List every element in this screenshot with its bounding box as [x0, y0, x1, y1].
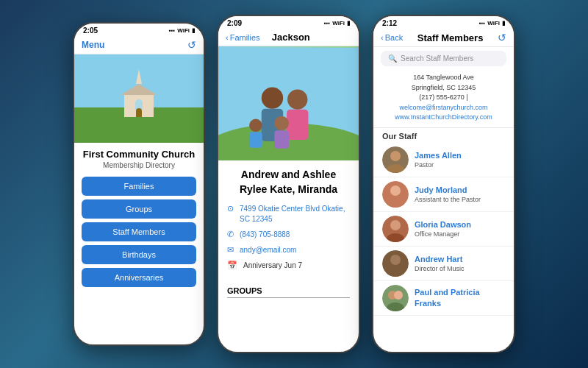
- staff-info-0: James Allen Pastor: [415, 150, 505, 168]
- staff-item-0[interactable]: James Allen Pastor: [373, 143, 514, 177]
- church-body: [124, 95, 154, 117]
- families-button[interactable]: Families: [82, 177, 196, 196]
- anniversary-row: 📅 Anniversary Jun 7: [227, 261, 350, 271]
- phone-text[interactable]: (843) 705-8888: [240, 230, 290, 240]
- battery-icon-3: ▮: [502, 20, 505, 26]
- back-label-3: Back: [385, 33, 403, 42]
- search-bar[interactable]: 🔍 Search Staff Members: [373, 47, 514, 70]
- email-text[interactable]: andy@email.com: [240, 245, 296, 255]
- svg-rect-9: [249, 132, 262, 148]
- status-bar-1: 2:05 ▪▪▪ WiFi ▮: [74, 24, 204, 36]
- status-bar-3: 2:12 ▪▪▪ WiFi ▮: [373, 16, 514, 29]
- phone-2: 2:09 ▪▪▪ WiFi ▮ ‹ Families Jackson: [217, 15, 360, 353]
- svg-point-11: [390, 151, 401, 161]
- svg-point-20: [390, 255, 401, 265]
- signal-icon-2: ▪▪▪: [324, 20, 331, 26]
- menu-buttons: Families Groups Staff Members Birthdays …: [74, 177, 204, 287]
- location-icon: ⊙: [227, 204, 234, 213]
- calendar-icon: 📅: [227, 261, 237, 270]
- menu-link[interactable]: Menu: [82, 40, 104, 50]
- birthdays-button[interactable]: Birthdays: [82, 245, 196, 264]
- nav-bar-1: Menu ↺: [74, 36, 204, 54]
- staff-name-2: Gloria Dawson: [415, 219, 505, 230]
- svg-point-14: [390, 185, 401, 196]
- church-steeple: [136, 69, 142, 84]
- church-name: First Community Church: [80, 149, 198, 161]
- staff-role-3: Director of Music: [415, 265, 505, 272]
- wifi-icon: WiFi: [177, 27, 190, 34]
- search-placeholder: Search Staff Members: [401, 54, 473, 63]
- church-roof: [121, 84, 157, 95]
- address-email[interactable]: welcome@firstanychurch.com: [382, 103, 505, 113]
- back-families-link[interactable]: ‹ Families: [226, 33, 260, 42]
- staff-role-1: Assistant to the Pastor: [415, 196, 505, 203]
- staff-role-2: Office Manager: [415, 230, 505, 238]
- church-building: [121, 69, 157, 117]
- grass-hill: [74, 117, 204, 143]
- address-phone: (217) 555-6270 |: [382, 93, 505, 103]
- staff-info-3: Andrew Hart Director of Music: [415, 254, 505, 272]
- back-label: Families: [230, 33, 260, 42]
- church-door: [136, 108, 142, 117]
- staff-avatar-3: [382, 250, 409, 277]
- refresh-icon[interactable]: ↺: [187, 39, 196, 51]
- staff-item-1[interactable]: Judy Morland Assistant to the Pastor: [373, 177, 514, 212]
- staff-name-4: Paul and Patricia Franks: [415, 287, 505, 308]
- nav-bar-3: ‹ Back Staff Members ↺: [373, 29, 514, 47]
- svg-point-24: [394, 291, 403, 300]
- status-time-2: 2:09: [227, 19, 242, 27]
- staff-avatar-1: [382, 181, 409, 208]
- svg-point-4: [287, 89, 307, 109]
- status-icons-3: ▪▪▪ WiFi ▮: [479, 20, 505, 26]
- email-row: ✉ andy@email.com: [227, 245, 350, 255]
- church-subtitle: Membership Directory: [80, 161, 198, 169]
- phone-1: 2:05 ▪▪▪ WiFi ▮ Menu ↺ First Community C…: [73, 22, 205, 346]
- phone-row: ✆ (843) 705-8888: [227, 230, 350, 240]
- search-input[interactable]: 🔍 Search Staff Members: [381, 51, 506, 66]
- church-info: First Community Church Membership Direct…: [74, 143, 204, 177]
- svg-point-17: [390, 220, 401, 230]
- staff-members-button[interactable]: Staff Members: [82, 222, 196, 241]
- staff-role-0: Pastor: [415, 161, 505, 169]
- address-line1: 164 Tanglewood Ave: [382, 73, 505, 83]
- groups-section: GROUPS: [218, 280, 359, 298]
- family-details: Andrew and Ashlee Rylee Kate, Miranda ⊙ …: [218, 160, 359, 280]
- page-title-3: Staff Members: [417, 32, 484, 43]
- staff-item-3[interactable]: Andrew Hart Director of Music: [373, 247, 514, 281]
- svg-point-2: [262, 87, 283, 108]
- back-link[interactable]: ‹ Back: [381, 33, 403, 42]
- svg-point-6: [274, 116, 289, 131]
- battery-icon: ▮: [192, 27, 195, 34]
- search-icon: 🔍: [388, 54, 397, 63]
- phone-icon: ✆: [227, 230, 234, 239]
- svg-rect-5: [287, 110, 308, 140]
- status-icons-2: ▪▪▪ WiFi ▮: [324, 20, 350, 26]
- anniversary-text: Anniversary Jun 7: [243, 261, 302, 271]
- email-icon: ✉: [227, 245, 234, 255]
- church-image: [74, 54, 204, 143]
- wifi-icon-2: WiFi: [332, 20, 345, 26]
- staff-avatar-4: [382, 285, 409, 311]
- address-text[interactable]: 7499 Okatie Center Blvd Okatie, SC 12345: [240, 204, 350, 224]
- back-chevron-icon: ‹: [226, 33, 229, 42]
- groups-title: GROUPS: [227, 286, 350, 298]
- church-address-block: 164 Tanglewood Ave Springfield, SC 12345…: [373, 70, 514, 128]
- refresh-icon-3[interactable]: ↺: [498, 32, 506, 43]
- staff-avatar-0: [382, 146, 409, 173]
- family-photo: [218, 46, 359, 160]
- staff-name-0: James Allen: [415, 150, 505, 160]
- status-time-1: 2:05: [83, 26, 98, 35]
- wifi-icon-3: WiFi: [487, 20, 500, 26]
- staff-item-2[interactable]: Gloria Dawson Office Manager: [373, 212, 514, 247]
- status-icons-1: ▪▪▪ WiFi ▮: [169, 27, 195, 34]
- family-illustration: [218, 46, 359, 160]
- groups-button[interactable]: Groups: [82, 199, 196, 219]
- address-web[interactable]: www.InstantChurchDirectory.com: [382, 113, 505, 123]
- address-row: ⊙ 7499 Okatie Center Blvd Okatie, SC 123…: [227, 204, 350, 224]
- back-chevron-icon-3: ‹: [381, 33, 384, 42]
- battery-icon-2: ▮: [347, 20, 350, 26]
- signal-icon-3: ▪▪▪: [479, 20, 486, 26]
- anniversaries-button[interactable]: Anniversaries: [82, 268, 196, 287]
- staff-info-1: Judy Morland Assistant to the Pastor: [415, 185, 505, 202]
- staff-item-4[interactable]: Paul and Patricia Franks: [373, 281, 514, 316]
